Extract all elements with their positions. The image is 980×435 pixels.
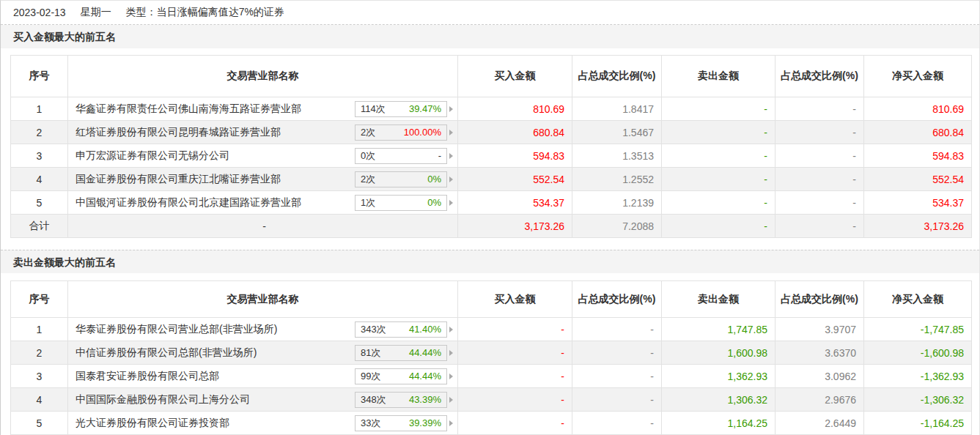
total-buy-amount: 3,173.26	[458, 215, 572, 238]
net-amount-cell: -1,747.85	[864, 318, 972, 341]
win-rate: 0%	[427, 174, 441, 185]
badge-box[interactable]: 348次 43.39%	[355, 392, 447, 408]
weekday: 星期一	[81, 6, 111, 19]
col-header-sell-amount: 卖出金额	[662, 281, 775, 318]
rank-cell: 1	[11, 318, 68, 341]
badge-box[interactable]: 33次 39.39%	[355, 415, 447, 431]
table-row: 3 申万宏源证券有限公司无锡分公司 0次 - 594.83	[11, 144, 972, 168]
branch-cell: 中信证券股份有限公司总部(非营业场所) 81次 44.44%	[68, 341, 458, 365]
branch-name: 光大证券股份有限公司证券投资部	[75, 417, 229, 430]
table-row: 3 国泰君安证券股份有限公司总部 99次 44.44% -	[11, 365, 972, 388]
buy-amount-cell: 534.37	[458, 191, 572, 215]
sell-amount-cell: -	[662, 168, 775, 191]
sell-table: 序号 交易营业部名称 买入金额 占总成交比例(%) 卖出金额 占总成交比例(%)…	[10, 280, 972, 435]
buy-ratio-cell: 1.3513	[572, 144, 662, 168]
sell-table-header: 序号 交易营业部名称 买入金额 占总成交比例(%) 卖出金额 占总成交比例(%)…	[11, 281, 972, 318]
branch-cell: 国泰君安证券股份有限公司总部 99次 44.44%	[68, 365, 458, 388]
branch-history-badge[interactable]: 348次 43.39%	[355, 392, 453, 408]
branch-cell: 申万宏源证券有限公司无锡分公司 0次 -	[68, 144, 458, 168]
chevron-right-icon	[449, 350, 453, 356]
win-rate: 44.44%	[409, 371, 441, 382]
badge-box[interactable]: 0次 -	[355, 148, 447, 164]
table-row: 2 红塔证券股份有限公司昆明春城路证券营业部 2次 100.00% 680	[11, 121, 972, 144]
branch-history-badge[interactable]: 33次 39.39%	[355, 415, 453, 431]
win-rate: 39.39%	[409, 417, 441, 428]
branch-name: 华鑫证券有限责任公司佛山南海海五路证券营业部	[75, 103, 301, 116]
total-row: 合计 - 3,173.26 7.2088 - - 3,173.26	[11, 215, 972, 238]
appearance-count: 2次	[361, 126, 375, 139]
appearance-count: 33次	[361, 417, 380, 430]
sell-amount-cell: -	[662, 121, 775, 144]
branch-name: 红塔证券股份有限公司昆明春城路证券营业部	[75, 126, 281, 139]
col-header-sell-ratio: 占总成交比例(%)	[775, 56, 864, 97]
branch-history-badge[interactable]: 2次 0%	[355, 171, 453, 187]
col-header-buy-ratio: 占总成交比例(%)	[572, 281, 662, 318]
badge-box[interactable]: 343次 41.40%	[355, 321, 447, 338]
rank-cell: 4	[11, 388, 68, 412]
table-row: 2 中信证券股份有限公司总部(非营业场所) 81次 44.44% -	[11, 341, 972, 365]
branch-cell: 光大证券股份有限公司证券投资部 33次 39.39%	[68, 412, 458, 435]
sell-amount-cell: -	[662, 191, 775, 215]
sell-section-title: 卖出金额最大的前五名	[1, 250, 979, 273]
buy-ratio-cell: 1.2552	[572, 168, 662, 191]
branch-history-badge[interactable]: 343次 41.40%	[355, 321, 453, 338]
sell-ratio-cell: 2.9676	[775, 388, 864, 412]
badge-box[interactable]: 2次 0%	[355, 171, 447, 187]
buy-ratio-cell: 1.2139	[572, 191, 662, 215]
sell-amount-cell: 1,164.25	[662, 412, 775, 435]
badge-box[interactable]: 81次 44.44%	[355, 345, 447, 361]
branch-history-badge[interactable]: 0次 -	[355, 148, 453, 164]
total-label: 合计	[11, 215, 68, 238]
branch-history-badge[interactable]: 114次 39.47%	[355, 101, 453, 117]
col-header-branch: 交易营业部名称	[68, 281, 458, 318]
sell-ratio-cell: -	[775, 97, 864, 121]
rank-cell: 2	[11, 341, 68, 365]
chevron-right-icon	[449, 130, 453, 135]
branch-name: 华泰证券股份有限公司营业总部(非营业场所)	[75, 323, 277, 336]
win-rate: 41.40%	[409, 324, 441, 335]
net-amount-cell: 594.83	[864, 144, 972, 168]
col-header-net-amount: 净买入金额	[864, 281, 972, 318]
win-rate: 43.39%	[409, 394, 441, 405]
buy-ratio-cell: -	[572, 341, 662, 365]
badge-box[interactable]: 114次 39.47%	[355, 101, 447, 117]
chevron-right-icon	[449, 106, 453, 112]
table-row: 5 光大证券股份有限公司证券投资部 33次 39.39% -	[11, 412, 972, 435]
col-header-buy-amount: 买入金额	[458, 281, 572, 318]
branch-name: 申万宏源证券有限公司无锡分公司	[75, 149, 229, 163]
table-row: 4 中国国际金融股份有限公司上海分公司 348次 43.39% -	[11, 388, 972, 412]
rank-cell: 5	[11, 191, 68, 215]
col-header-rank: 序号	[11, 281, 68, 318]
chevron-right-icon	[449, 373, 453, 379]
branch-history-badge[interactable]: 99次 44.44%	[355, 368, 453, 384]
rank-cell: 2	[11, 121, 68, 144]
net-amount-cell: -1,600.98	[864, 341, 972, 365]
col-header-branch: 交易营业部名称	[68, 56, 458, 97]
branch-cell: 中国银河证券股份有限公司北京建国路证券营业部 1次 0%	[68, 191, 458, 215]
branch-history-badge[interactable]: 1次 0%	[355, 195, 453, 211]
list-type-label: 类型：当日涨幅偏离值达7%的证券	[126, 6, 284, 19]
badge-box[interactable]: 2次 100.00%	[355, 124, 447, 141]
sell-ratio-cell: 2.6449	[775, 412, 864, 435]
total-branch-cell: -	[68, 215, 458, 238]
total-buy-ratio: 7.2088	[572, 215, 662, 238]
appearance-count: 1次	[361, 196, 375, 209]
total-net-amount: 3,173.26	[864, 215, 972, 238]
rank-cell: 5	[11, 412, 68, 435]
branch-history-badge[interactable]: 2次 100.00%	[355, 124, 453, 141]
buy-amount-cell: -	[458, 388, 572, 412]
chevron-right-icon	[449, 153, 453, 159]
net-amount-cell: -1,306.32	[864, 388, 972, 412]
appearance-count: 343次	[361, 323, 386, 336]
branch-history-badge[interactable]: 81次 44.44%	[355, 345, 453, 361]
trade-date: 2023-02-13	[13, 7, 66, 18]
dragon-tiger-list-page: 2023-02-13 星期一 类型：当日涨幅偏离值达7%的证券 买入金额最大的前…	[0, 0, 980, 435]
badge-box[interactable]: 99次 44.44%	[355, 368, 447, 384]
table-row: 5 中国银河证券股份有限公司北京建国路证券营业部 1次 0% 534.37	[11, 191, 972, 215]
chevron-right-icon	[449, 200, 453, 206]
buy-section-title: 买入金额最大的前五名	[1, 25, 979, 48]
badge-box[interactable]: 1次 0%	[355, 195, 447, 211]
branch-name: 中国银河证券股份有限公司北京建国路证券营业部	[75, 196, 301, 209]
rank-cell: 1	[11, 97, 68, 121]
buy-table: 序号 交易营业部名称 买入金额 占总成交比例(%) 卖出金额 占总成交比例(%)…	[10, 55, 972, 238]
